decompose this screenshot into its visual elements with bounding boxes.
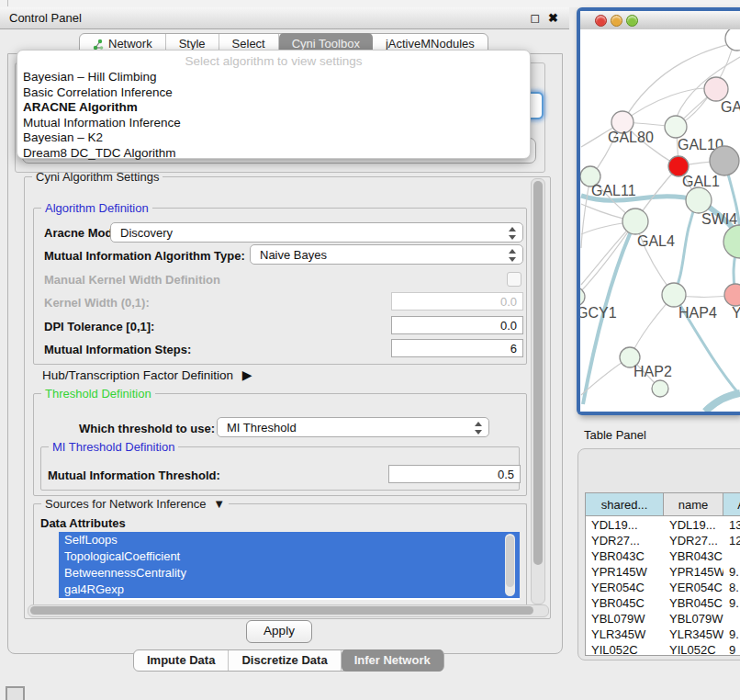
bottom-tabs: Impute DataDiscretize DataInfer Network: [133, 649, 444, 672]
bottom-tab-discretize-data[interactable]: Discretize Data: [229, 650, 341, 671]
float-icon[interactable]: ◻: [530, 11, 540, 25]
network-node-label: HAP2: [633, 364, 672, 379]
network-node-gcy1[interactable]: [580, 288, 585, 306]
apply-button[interactable]: Apply: [246, 620, 312, 643]
top-strip-tick: [7, 0, 8, 6]
node-table[interactable]: shared...nameAYDL19...YDL19...13YDR27...…: [585, 492, 740, 656]
manual-kernel-label: Manual Kernel Width Definition: [44, 273, 220, 287]
network-node[interactable]: [652, 380, 668, 397]
data-attribute-item[interactable]: gal4RGexp: [59, 581, 520, 598]
network-node-label: GAL80: [608, 130, 654, 145]
table-cell[interactable]: YDR27...: [586, 533, 664, 548]
table-cell[interactable]: YLR345W: [586, 627, 664, 642]
which-threshold-combo[interactable]: MI Threshold: [217, 417, 489, 437]
table-header-A[interactable]: A: [723, 493, 740, 516]
network-node-label: HAP4: [678, 305, 717, 321]
stepper-icon: [508, 227, 516, 240]
mi-steps-label: Mutual Information Steps:: [44, 343, 191, 356]
bottom-tab-infer-network[interactable]: Infer Network: [342, 649, 443, 672]
close-traffic-light-icon[interactable]: [595, 15, 607, 27]
minimized-panel-icon[interactable]: [6, 686, 25, 700]
dpi-tolerance-value: 0.0: [500, 319, 517, 333]
table-cell[interactable]: YBR045C: [586, 595, 664, 611]
top-strip: [0, 0, 740, 7]
network-node[interactable]: [723, 225, 740, 258]
table-cell[interactable]: 9: [723, 642, 740, 656]
hub-definition-toggle[interactable]: Hub/Transcription Factor Definition ▶: [42, 367, 252, 382]
algorithm-option[interactable]: Dream8 DC_TDC Algorithm: [17, 146, 530, 162]
table-cell[interactable]: YIL052C: [664, 642, 723, 656]
table-cell[interactable]: [723, 548, 740, 564]
network-canvas[interactable]: GALGAL80GAL10GAL1GAL11SWI4GAL4GCY1HAP4YH…: [580, 29, 740, 412]
table-cell[interactable]: 13: [723, 517, 740, 533]
which-threshold-value: MI Threshold: [227, 421, 297, 435]
table-cell[interactable]: YIL052C: [586, 642, 664, 656]
network-edge: [581, 177, 590, 248]
table-cell[interactable]: 8.: [723, 580, 740, 595]
settings-hscrollbar[interactable]: [28, 604, 549, 617]
network-node[interactable]: [710, 146, 739, 175]
sources-title-wrap[interactable]: Sources for Network Inference ▼: [41, 497, 229, 511]
network-node-label: SWI4: [701, 211, 737, 227]
table-cell[interactable]: YBR043C: [664, 548, 723, 564]
settings-vscrollbar[interactable]: [531, 178, 545, 604]
algorithm-option[interactable]: Bayesian – K2: [17, 130, 530, 146]
network-node-swi4[interactable]: [686, 187, 712, 213]
table-header-name[interactable]: name: [664, 493, 723, 516]
table-header-shared...[interactable]: shared...: [586, 493, 664, 516]
aracne-mode-combo[interactable]: Discovery: [110, 222, 523, 243]
sources-title: Sources for Network Inference: [45, 497, 207, 511]
network-node[interactable]: [725, 29, 740, 51]
data-attribute-item[interactable]: BetweennessCentrality: [59, 565, 520, 581]
kernel-width-field[interactable]: 0.0: [391, 292, 523, 310]
mi-type-combo[interactable]: Naive Bayes: [250, 244, 523, 265]
table-cell[interactable]: YER054C: [586, 580, 664, 595]
table-cell[interactable]: YBR045C: [664, 595, 723, 611]
data-attribute-item[interactable]: SelfLoops: [59, 532, 520, 548]
algorithm-option[interactable]: Bayesian – Hill Climbing: [17, 70, 530, 85]
table-cell[interactable]: 9.: [723, 627, 740, 642]
table-cell[interactable]: YDL19...: [664, 517, 723, 533]
table-cell[interactable]: YER054C: [664, 580, 723, 595]
network-node-gal4[interactable]: [622, 209, 648, 234]
minimize-traffic-light-icon[interactable]: [611, 15, 622, 27]
algorithm-option[interactable]: Mutual Information Inference: [17, 116, 530, 131]
table-cell[interactable]: 12: [723, 533, 740, 548]
bottom-tab-impute-data[interactable]: Impute Data: [134, 650, 229, 671]
table-cell[interactable]: YBR043C: [586, 548, 664, 564]
table-cell[interactable]: [723, 611, 740, 627]
network-node-y[interactable]: [724, 284, 740, 306]
network-node-label: GCY1: [580, 305, 617, 321]
table-cell[interactable]: 9.: [723, 564, 740, 580]
table-cell[interactable]: 9.: [723, 595, 740, 611]
mi-steps-field[interactable]: 6: [391, 339, 523, 357]
table-cell[interactable]: YBL079W: [586, 611, 664, 627]
kernel-width-label: Kernel Width (0,1):: [44, 296, 150, 310]
algorithm-option[interactable]: ARACNE Algorithm: [17, 100, 530, 116]
dpi-tolerance-field[interactable]: 0.0: [391, 316, 523, 334]
network-node-gal10[interactable]: [665, 116, 687, 138]
algorithm-dropdown: Select algorithm to view settings Bayesi…: [17, 50, 531, 159]
table-cell[interactable]: YDR27...: [664, 533, 723, 548]
network-node-gal[interactable]: [704, 77, 728, 101]
table-cell[interactable]: YPR145W: [664, 564, 723, 580]
apply-button-label: Apply: [263, 624, 295, 638]
table-cell[interactable]: YBL079W: [664, 611, 723, 627]
manual-kernel-checkbox[interactable]: [507, 272, 521, 287]
table-cell[interactable]: YPR145W: [586, 564, 664, 580]
zoom-traffic-light-icon[interactable]: [626, 15, 638, 27]
data-attributes-list: SelfLoopsTopologicalCoefficientBetweenne…: [59, 532, 520, 600]
table-cell[interactable]: YDL19...: [586, 517, 664, 533]
table-cell[interactable]: YLR345W: [664, 627, 723, 642]
network-node-label: GAL4: [637, 233, 675, 249]
network-window-titlebar[interactable]: [580, 11, 740, 30]
mi-threshold-field[interactable]: 0.5: [388, 465, 521, 483]
close-icon[interactable]: ✖: [548, 11, 558, 25]
network-icon: [93, 39, 104, 51]
network-node-hap4[interactable]: [662, 283, 686, 307]
aracne-mode-value: Discovery: [120, 226, 173, 240]
network-edge: [580, 221, 635, 297]
algorithm-option[interactable]: Basic Correlation Inference: [17, 85, 530, 101]
data-attribute-item[interactable]: TopologicalCoefficient: [59, 548, 520, 565]
attr-list-scrollbar[interactable]: [505, 534, 515, 596]
